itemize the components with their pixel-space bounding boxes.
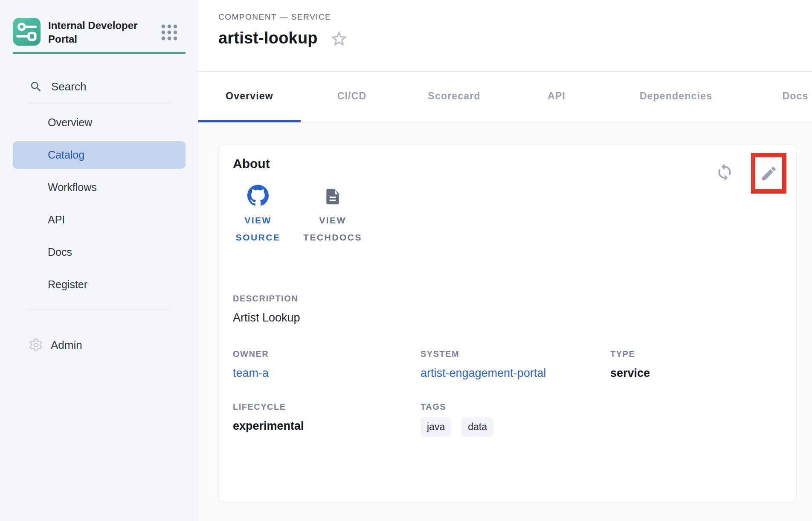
field-tags: TAGS java data [420, 402, 782, 437]
tags-label: TAGS [420, 402, 782, 412]
field-type: TYPE service [610, 349, 782, 380]
about-card: About [218, 144, 797, 502]
admin-label: Admin [51, 339, 82, 352]
sidebar-item-register[interactable]: Register [13, 271, 186, 298]
techdocs-icon [323, 185, 342, 206]
breadcrumb: COMPONENT — SERVICE [218, 12, 812, 22]
sidebar-item-catalog[interactable]: Catalog [13, 141, 186, 169]
tab-cicd[interactable]: CI/CD [301, 72, 403, 122]
main-area: COMPONENT — SERVICE artist-lookup Overvi… [198, 0, 812, 521]
page-title: artist-lookup [218, 29, 318, 47]
view-techdocs-label-line2: TECHDOCS [303, 229, 362, 246]
brand: Internal Developer Portal [13, 18, 186, 46]
system-link[interactable]: artist-engagement-portal [420, 367, 610, 380]
tab-content: About [198, 122, 812, 521]
sidebar-nav: Overview Catalog Workflows API Docs Regi… [13, 109, 186, 303]
view-techdocs-link[interactable]: VIEW TECHDOCS [299, 185, 367, 246]
target-highlight-box [751, 153, 786, 194]
type-label: TYPE [610, 349, 782, 359]
search-icon [29, 80, 43, 93]
entity-tabbar: Overview CI/CD Scorecard API Dependencie… [198, 72, 812, 122]
tab-dependencies[interactable]: Dependencies [608, 72, 744, 122]
page-header: COMPONENT — SERVICE artist-lookup [198, 0, 812, 72]
sidebar-divider [27, 103, 171, 104]
field-lifecycle: LIFECYCLE experimental [233, 402, 420, 437]
brand-divider [13, 52, 186, 54]
tab-scorecard[interactable]: Scorecard [403, 72, 505, 122]
description-value: Artist Lookup [233, 311, 782, 324]
lifecycle-value: experimental [233, 420, 420, 433]
gear-icon [29, 338, 43, 352]
type-value: service [610, 367, 782, 380]
sidebar-item-workflows[interactable]: Workflows [13, 174, 186, 201]
field-system: SYSTEM artist-engagement-portal [420, 349, 610, 380]
apps-grid-icon[interactable] [160, 23, 179, 43]
portal-logo-icon [13, 18, 41, 46]
sidebar-item-docs[interactable]: Docs [13, 238, 186, 266]
tab-docs[interactable]: Docs [744, 72, 812, 122]
search-label: Search [51, 80, 86, 93]
field-owner: OWNER team-a [233, 349, 420, 380]
description-label: DESCRIPTION [233, 294, 782, 304]
sidebar-divider-bottom [27, 309, 171, 310]
owner-link[interactable]: team-a [233, 367, 420, 380]
owner-label: OWNER [233, 349, 420, 359]
about-card-title: About [233, 156, 782, 171]
field-description: DESCRIPTION Artist Lookup [233, 294, 782, 324]
lifecycle-label: LIFECYCLE [233, 402, 420, 412]
view-techdocs-label-line1: VIEW [303, 212, 362, 229]
sidebar-item-search[interactable]: Search [13, 73, 186, 100]
tag-chip-java[interactable]: java [420, 417, 451, 437]
sidebar-item-admin[interactable]: Admin [13, 332, 186, 358]
sidebar-item-api[interactable]: API [13, 206, 186, 234]
refresh-icon[interactable] [715, 163, 734, 182]
tag-chip-data[interactable]: data [461, 417, 493, 437]
tab-overview[interactable]: Overview [198, 72, 301, 122]
view-source-label-line2: SOURCE [236, 229, 281, 246]
sidebar: Internal Developer Portal Search Overvie… [0, 0, 198, 521]
view-source-link[interactable]: VIEW SOURCE [233, 185, 283, 246]
github-icon [247, 185, 269, 206]
favorite-star-icon[interactable] [330, 29, 348, 48]
tab-api[interactable]: API [505, 72, 608, 122]
edit-pencil-icon[interactable] [760, 165, 778, 182]
sidebar-item-overview[interactable]: Overview [13, 109, 186, 136]
about-links: VIEW SOURCE VIEW TECHDOCS [233, 185, 782, 246]
portal-title: Internal Developer Portal [48, 19, 153, 46]
system-label: SYSTEM [420, 349, 610, 359]
view-source-label-line1: VIEW [236, 212, 281, 229]
